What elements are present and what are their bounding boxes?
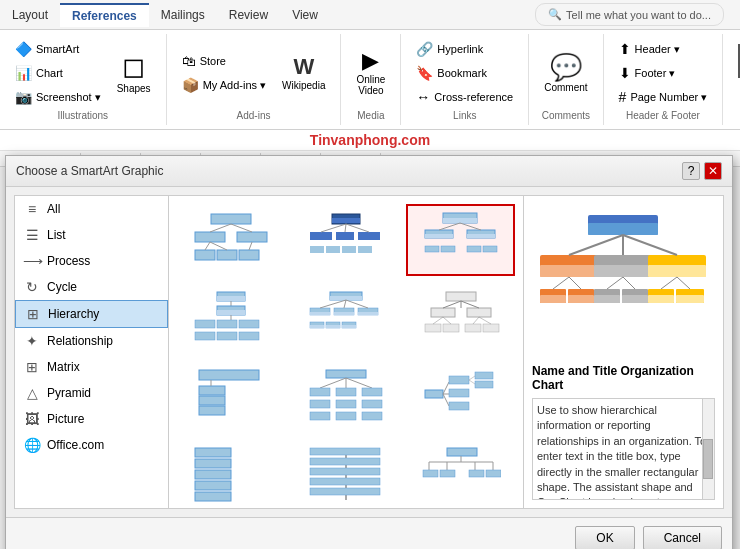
svg-rect-36 xyxy=(217,296,245,301)
svg-rect-16 xyxy=(310,246,324,253)
chart-item-4[interactable] xyxy=(177,282,286,354)
all-icon: ≡ xyxy=(23,201,41,217)
svg-rect-106 xyxy=(475,381,493,388)
svg-line-22 xyxy=(346,224,369,232)
description-scrollbar[interactable] xyxy=(702,399,714,499)
svg-rect-13 xyxy=(310,232,332,240)
svg-rect-60 xyxy=(342,325,356,328)
svg-line-137 xyxy=(569,235,623,255)
svg-rect-132 xyxy=(540,265,598,277)
chart-item-12[interactable] xyxy=(406,438,515,509)
svg-rect-41 xyxy=(195,320,215,328)
svg-rect-2 xyxy=(237,232,267,242)
svg-rect-14 xyxy=(336,232,354,240)
svg-line-145 xyxy=(569,277,581,289)
svg-rect-19 xyxy=(358,246,372,253)
svg-rect-58 xyxy=(326,325,340,328)
cat-matrix[interactable]: ⊞ Matrix xyxy=(15,354,168,380)
dialog-close-button[interactable]: ✕ xyxy=(704,162,722,180)
category-list: ≡ All ☰ List ⟶ Process ↻ Cycle ⊞ Hiera xyxy=(14,195,169,509)
svg-rect-95 xyxy=(362,412,382,420)
chart-item-10[interactable] xyxy=(177,438,286,509)
svg-rect-0 xyxy=(211,214,251,224)
svg-line-103 xyxy=(469,376,475,380)
smartart-dialog: Choose a SmartArt Graphic ? ✕ ≡ All ☰ Li… xyxy=(5,155,733,549)
svg-rect-81 xyxy=(199,406,225,415)
cat-process[interactable]: ⟶ Process xyxy=(15,248,168,274)
svg-line-76 xyxy=(473,317,479,324)
chart-item-7[interactable] xyxy=(177,360,286,432)
svg-line-157 xyxy=(677,277,690,289)
svg-line-77 xyxy=(479,317,491,324)
svg-line-86 xyxy=(346,378,372,388)
cat-cycle[interactable]: ↻ Cycle xyxy=(15,274,168,300)
svg-rect-29 xyxy=(425,246,439,252)
pyramid-icon: △ xyxy=(23,385,41,401)
cancel-button[interactable]: Cancel xyxy=(643,526,722,549)
chart-item-11[interactable] xyxy=(292,438,401,509)
svg-rect-18 xyxy=(342,246,356,253)
svg-rect-42 xyxy=(217,320,237,328)
cat-pyramid[interactable]: △ Pyramid xyxy=(15,380,168,406)
svg-rect-87 xyxy=(310,388,330,396)
chart-preview xyxy=(532,204,715,364)
svg-rect-94 xyxy=(336,412,356,420)
svg-rect-52 xyxy=(334,312,354,315)
cat-picture[interactable]: 🖼 Picture xyxy=(15,406,168,432)
svg-rect-43 xyxy=(239,320,259,328)
svg-rect-92 xyxy=(362,400,382,408)
svg-rect-143 xyxy=(568,295,594,303)
svg-line-7 xyxy=(231,224,252,232)
svg-rect-71 xyxy=(443,324,459,332)
chart-item-3[interactable] xyxy=(406,204,515,276)
dialog-footer: OK Cancel xyxy=(6,517,732,549)
svg-rect-26 xyxy=(425,234,453,238)
chart-item-9[interactable] xyxy=(406,360,515,432)
svg-rect-88 xyxy=(336,388,356,396)
cat-relationship[interactable]: ✦ Relationship xyxy=(15,328,168,354)
svg-line-144 xyxy=(553,277,569,289)
svg-rect-72 xyxy=(465,324,481,332)
svg-rect-107 xyxy=(195,448,231,457)
svg-rect-73 xyxy=(483,324,499,332)
cat-hierarchy[interactable]: ⊞ Hierarchy xyxy=(15,300,168,328)
svg-rect-136 xyxy=(648,265,706,277)
cat-list[interactable]: ☰ List xyxy=(15,222,168,248)
svg-line-20 xyxy=(321,224,346,232)
svg-rect-54 xyxy=(358,312,378,315)
svg-rect-3 xyxy=(195,250,215,260)
chart-item-6[interactable] xyxy=(406,282,515,354)
svg-line-9 xyxy=(210,242,227,250)
cat-all[interactable]: ≡ All xyxy=(15,196,168,222)
svg-rect-56 xyxy=(310,325,324,328)
cat-officecom[interactable]: 🌐 Office.com xyxy=(15,432,168,458)
svg-rect-67 xyxy=(467,308,491,317)
chart-item-5[interactable] xyxy=(292,282,401,354)
hierarchy-icon: ⊞ xyxy=(24,306,42,322)
svg-line-99 xyxy=(443,394,449,406)
svg-rect-105 xyxy=(475,372,493,379)
svg-line-156 xyxy=(661,277,677,289)
chart-item-1[interactable] xyxy=(177,204,286,276)
preview-title: Name and Title Organization Chart xyxy=(532,364,715,392)
svg-rect-64 xyxy=(446,292,476,301)
svg-rect-48 xyxy=(330,296,362,300)
officecom-icon: 🌐 xyxy=(23,437,41,453)
svg-rect-32 xyxy=(483,246,497,252)
ok-button[interactable]: OK xyxy=(575,526,634,549)
svg-line-8 xyxy=(205,242,210,250)
matrix-icon: ⊞ xyxy=(23,359,41,375)
svg-line-104 xyxy=(469,380,475,384)
svg-line-84 xyxy=(320,378,346,388)
dialog-help-button[interactable]: ? xyxy=(682,162,700,180)
chart-item-8[interactable] xyxy=(292,360,401,432)
svg-rect-93 xyxy=(310,412,330,420)
svg-rect-80 xyxy=(199,396,225,405)
svg-rect-118 xyxy=(447,448,477,456)
preview-description: Use to show hierarchical information or … xyxy=(532,398,715,500)
chart-item-2[interactable] xyxy=(292,204,401,276)
svg-line-10 xyxy=(249,242,252,250)
svg-rect-113 xyxy=(310,448,380,455)
svg-rect-78 xyxy=(199,370,259,380)
svg-line-139 xyxy=(623,235,677,255)
